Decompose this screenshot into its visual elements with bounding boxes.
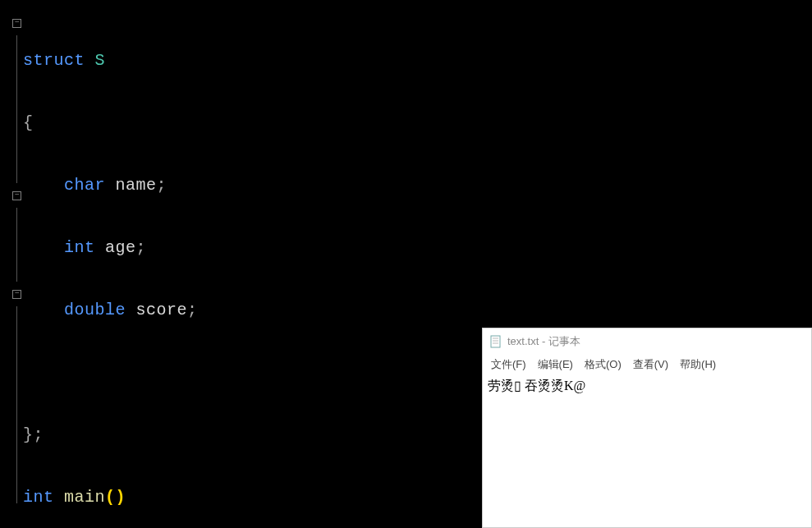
notepad-icon: [489, 335, 502, 348]
menu-format[interactable]: 格式(O): [585, 357, 622, 372]
type-name: S: [95, 51, 106, 70]
code-line: int age;: [23, 236, 812, 260]
brace-open: {: [23, 113, 34, 132]
menu-edit[interactable]: 编辑(E): [538, 357, 573, 372]
menu-help[interactable]: 帮助(H): [680, 357, 716, 372]
notepad-content[interactable]: 劳烫▯ 吞烫烫K@: [483, 374, 811, 527]
keyword-struct: struct: [23, 51, 85, 70]
menu-file[interactable]: 文件(F): [491, 357, 526, 372]
notepad-titlebar[interactable]: text.txt - 记事本: [483, 328, 811, 355]
fold-struct-icon[interactable]: −: [12, 19, 21, 28]
ident-name: name: [116, 176, 157, 195]
code-line: double score;: [23, 298, 812, 323]
code-line: struct S: [23, 48, 812, 73]
func-main: main: [64, 488, 105, 507]
notepad-window[interactable]: text.txt - 记事本 文件(F) 编辑(E) 格式(O) 查看(V) 帮…: [482, 328, 812, 528]
notepad-menubar: 文件(F) 编辑(E) 格式(O) 查看(V) 帮助(H): [483, 355, 811, 374]
type-double: double: [64, 301, 126, 319]
menu-view[interactable]: 查看(V): [633, 357, 668, 372]
notepad-title-text: text.txt - 记事本: [507, 334, 580, 349]
ident-score: score: [136, 301, 188, 319]
fold-gutter: − − −: [0, 0, 23, 528]
svg-rect-0: [491, 336, 500, 347]
fold-main-icon[interactable]: −: [12, 191, 21, 200]
code-line: char name;: [23, 173, 812, 198]
type-int: int: [23, 488, 54, 507]
code-line: {: [23, 111, 812, 135]
type-char: char: [64, 176, 105, 195]
ident-age: age: [105, 238, 136, 257]
brace-close: }: [23, 425, 34, 444]
fold-if-icon[interactable]: −: [12, 290, 21, 299]
type-int: int: [64, 238, 95, 257]
